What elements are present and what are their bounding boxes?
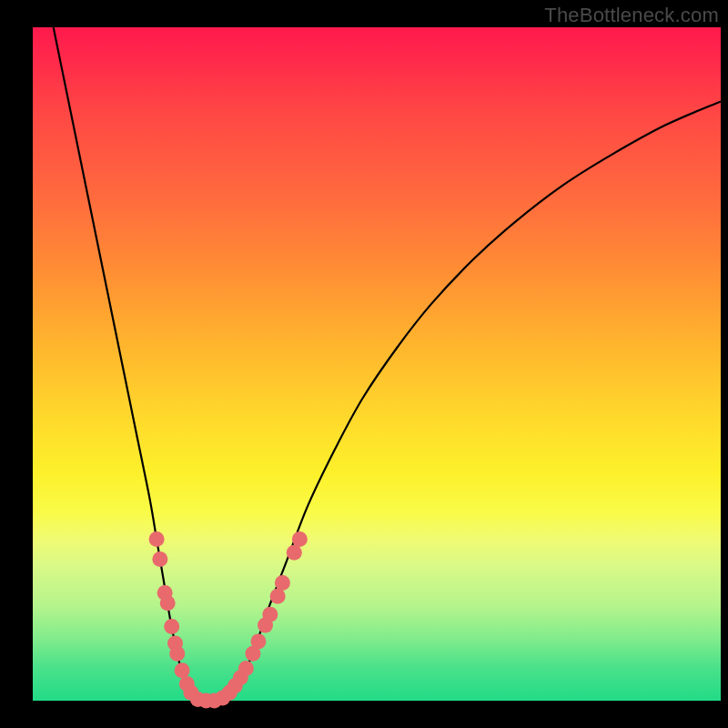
data-dot <box>169 646 185 662</box>
data-dot <box>152 551 167 567</box>
plot-area <box>33 27 721 701</box>
data-dot <box>175 662 190 678</box>
bottleneck-curve-svg <box>33 27 721 701</box>
data-dot <box>287 545 302 561</box>
data-dot <box>238 661 254 676</box>
data-dot <box>275 575 290 591</box>
data-dot <box>250 633 266 649</box>
data-dot <box>164 619 179 634</box>
data-dot <box>292 531 308 547</box>
data-dots <box>149 531 308 709</box>
data-dot <box>160 595 176 611</box>
bottleneck-curve <box>54 27 721 702</box>
data-dot <box>270 589 286 604</box>
data-dot <box>262 607 278 622</box>
chart-frame: TheBottleneck.com <box>0 0 728 728</box>
data-dot <box>149 531 165 547</box>
watermark-text: TheBottleneck.com <box>544 4 719 27</box>
